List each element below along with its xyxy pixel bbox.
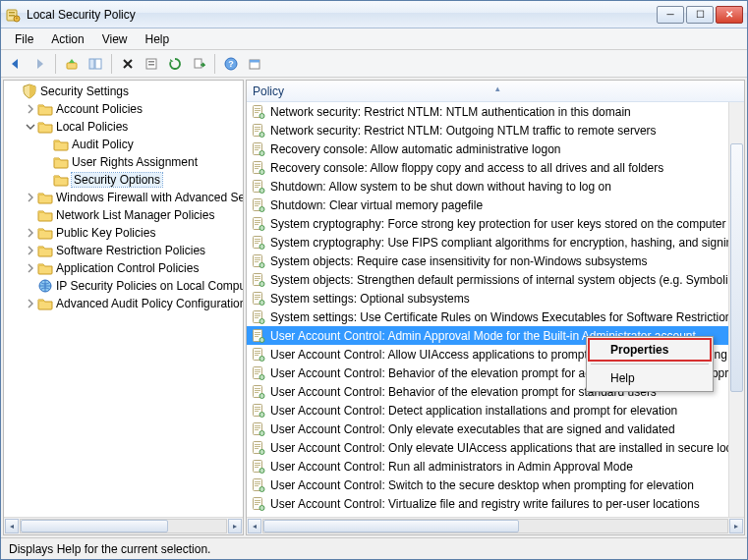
scroll-track[interactable]	[262, 519, 728, 533]
menu-file[interactable]: File	[7, 30, 41, 48]
policy-icon	[251, 440, 266, 456]
properties-button[interactable]	[141, 53, 162, 75]
policy-row[interactable]: Recovery console: Allow automatic admini…	[247, 140, 728, 158]
export-button[interactable]	[188, 53, 209, 75]
menu-action[interactable]: Action	[43, 30, 91, 48]
context-menu-properties[interactable]: Properties	[589, 339, 711, 361]
menu-help[interactable]: Help	[138, 30, 178, 48]
tree-node[interactable]: Local Policies	[4, 118, 243, 136]
policy-label: User Account Control: Virtualize file an…	[270, 497, 700, 511]
policy-row[interactable]: User Account Control: Switch to the secu…	[247, 476, 728, 494]
svg-rect-1	[9, 12, 15, 14]
svg-rect-38	[255, 183, 260, 184]
svg-point-106	[259, 430, 264, 435]
tree-node-label: Windows Firewall with Advanced Security	[56, 191, 244, 204]
scroll-thumb[interactable]	[730, 143, 743, 392]
policy-list[interactable]: Network security: Restrict NTLM: NTLM au…	[247, 102, 728, 517]
expander-icon[interactable]	[24, 120, 37, 134]
policy-row[interactable]: User Account Control: Detect application…	[247, 401, 728, 420]
scroll-right-button[interactable]: ▸	[729, 519, 743, 533]
policy-row[interactable]: System objects: Require case insensitivi…	[247, 252, 728, 270]
list-horizontal-scrollbar[interactable]: ◂ ▸	[247, 517, 744, 534]
svg-rect-45	[255, 205, 259, 206]
scroll-right-button[interactable]: ▸	[228, 519, 242, 533]
policy-icon	[251, 235, 266, 251]
expander-icon[interactable]	[24, 191, 37, 204]
help-button[interactable]: ?	[220, 53, 242, 75]
svg-rect-75	[255, 317, 259, 318]
svg-rect-74	[255, 315, 260, 316]
tree-node[interactable]: Account Policies	[4, 100, 243, 118]
close-button[interactable]: ✕	[716, 6, 743, 24]
expander-icon[interactable]	[24, 244, 37, 257]
policy-row[interactable]: System settings: Use Certificate Rules o…	[247, 308, 728, 326]
tree-node[interactable]: Security Options	[4, 171, 243, 189]
tree-pane[interactable]: Security SettingsAccount PoliciesLocal P…	[3, 80, 244, 535]
context-menu-help[interactable]: Help	[589, 367, 711, 389]
policy-row[interactable]: User Account Control: Only elevate UIAcc…	[247, 438, 728, 457]
show-hide-tree-button[interactable]	[85, 53, 106, 75]
back-button[interactable]	[5, 53, 27, 75]
tree-node[interactable]: IP Security Policies on Local Computer	[4, 277, 243, 295]
tree-node[interactable]: Audit Policy	[4, 136, 243, 153]
tree-node-label: User Rights Assignment	[72, 155, 198, 169]
scroll-track[interactable]	[20, 519, 227, 533]
policy-row[interactable]: System objects: Strengthen default permi…	[247, 270, 728, 289]
menu-view[interactable]: View	[94, 30, 136, 48]
tree-horizontal-scrollbar[interactable]: ◂ ▸	[4, 517, 243, 534]
policy-row[interactable]: System settings: Optional subsystems	[247, 289, 728, 308]
tree-node[interactable]: User Rights Assignment	[4, 153, 243, 171]
tree-node[interactable]: Network List Manager Policies	[4, 206, 243, 224]
svg-rect-23	[255, 127, 260, 128]
policy-row[interactable]: System cryptography: Use FIPS compliant …	[247, 233, 728, 252]
tree-node[interactable]: Public Key Policies	[4, 224, 243, 242]
forward-button[interactable]	[29, 53, 50, 75]
tree-root[interactable]: Security Settings	[4, 83, 243, 100]
up-button[interactable]	[61, 53, 83, 75]
policy-row[interactable]: Shutdown: Clear virtual memory pagefile	[247, 196, 728, 214]
refresh-button[interactable]	[164, 53, 186, 75]
policy-row[interactable]: Shutdown: Allow system to be shut down w…	[247, 177, 728, 196]
tree-node[interactable]: Application Control Policies	[4, 259, 243, 277]
maximize-button[interactable]: ☐	[686, 6, 714, 24]
column-header-policy[interactable]: Policy ▴	[247, 81, 744, 102]
scroll-left-button[interactable]: ◂	[248, 519, 261, 533]
policy-row[interactable]: User Account Control: Only elevate execu…	[247, 420, 728, 438]
tree-node-label: Security Settings	[40, 84, 129, 98]
policy-icon	[251, 477, 266, 493]
policy-row[interactable]: User Account Control: Virtualize file an…	[247, 494, 728, 513]
tree-node-label: Account Policies	[56, 102, 143, 116]
expander-icon	[39, 155, 53, 169]
tree-node[interactable]: Advanced Audit Policy Configuration	[4, 295, 243, 312]
svg-rect-125	[255, 504, 259, 505]
policy-row[interactable]: System cryptography: Force strong key pr…	[247, 214, 728, 233]
schedule-button[interactable]	[244, 53, 265, 75]
svg-point-51	[259, 225, 264, 230]
policy-label: User Account Control: Detect application…	[270, 404, 677, 418]
window-title: Local Security Policy	[27, 8, 657, 22]
policy-label: Shutdown: Allow system to be shut down w…	[270, 180, 611, 194]
policy-row[interactable]: Network security: Restrict NTLM: Outgoin…	[247, 121, 728, 140]
list-vertical-scrollbar[interactable]	[728, 102, 744, 517]
expander-icon[interactable]	[24, 261, 37, 275]
expander-icon[interactable]	[24, 297, 37, 310]
tree-node[interactable]: Windows Firewall with Advanced Security	[4, 189, 243, 206]
policy-label: System objects: Require case insensitivi…	[270, 254, 647, 268]
tree-node[interactable]: Software Restriction Policies	[4, 242, 243, 259]
tree-node-label: Advanced Audit Policy Configuration	[56, 297, 244, 310]
scroll-thumb[interactable]	[263, 520, 519, 532]
expander-icon[interactable]	[24, 226, 37, 240]
policy-row[interactable]: Recovery console: Allow floppy copy and …	[247, 158, 728, 177]
svg-rect-58	[255, 257, 260, 258]
policy-row[interactable]: User Account Control: Run all administra…	[247, 457, 728, 476]
delete-button[interactable]	[117, 53, 139, 75]
policy-row[interactable]: Network security: Restrict NTLM: NTLM au…	[247, 102, 728, 121]
svg-rect-98	[255, 407, 260, 408]
expander-icon[interactable]	[24, 102, 37, 116]
scroll-thumb[interactable]	[21, 520, 168, 532]
scroll-left-button[interactable]: ◂	[5, 519, 19, 533]
tree-node-label: Network List Manager Policies	[56, 208, 214, 222]
svg-rect-25	[255, 131, 259, 132]
context-menu-item-label: Properties	[610, 343, 668, 357]
minimize-button[interactable]: ─	[657, 6, 684, 24]
